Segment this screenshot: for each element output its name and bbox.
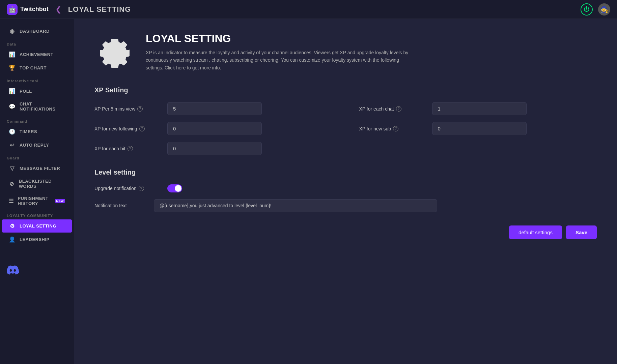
xp-new-sub-row: XP for new sub ? xyxy=(359,122,597,135)
auto-reply-icon: ↩ xyxy=(9,142,16,148)
xp-section-title: XP Setting xyxy=(94,86,597,94)
xp-each-bit-input[interactable] xyxy=(167,142,262,155)
save-button[interactable]: Save xyxy=(566,225,597,239)
xp-each-bit-label: XP for each bit ? xyxy=(94,146,162,151)
sidebar-item-blacklisted-words[interactable]: ⊘ BLACKLISTED WORDS xyxy=(2,175,72,192)
sidebar-item-label: LOYAL SETTING xyxy=(20,223,56,229)
sidebar-item-loyal-setting[interactable]: ⚙ LOYAL SETTING xyxy=(2,219,72,233)
page-header-text: LOYAL SETTING XP is an indicator to meas… xyxy=(146,32,416,71)
sidebar-item-label: ACHIEVEMENT xyxy=(20,52,53,57)
xp-setting-section: XP Setting XP Per 5 mins view ? XP for e… xyxy=(94,86,597,155)
sidebar-item-timers[interactable]: 🕐 TIMERS xyxy=(2,125,72,138)
sidebar-item-poll[interactable]: 📊 POLL xyxy=(2,85,72,98)
footer-buttons: default settings Save xyxy=(94,225,597,239)
xp-new-following-input[interactable] xyxy=(167,122,262,135)
xp-new-following-row: XP for new following ? xyxy=(94,122,332,135)
sidebar-section-loyalty: LOYALTY COMMUNITY xyxy=(0,210,74,219)
notification-text-label: Notification text xyxy=(94,203,148,208)
xp-per-5-input[interactable] xyxy=(167,102,262,115)
sidebar-item-chat-notifications[interactable]: 💬 CHAT NOTIFICATIONS xyxy=(2,98,72,115)
level-section-title: Level setting xyxy=(94,169,597,176)
xp-form-grid: XP Per 5 mins view ? XP for each chat ? xyxy=(94,102,597,155)
sidebar-section-data: Data xyxy=(0,38,74,48)
sidebar-item-message-filter[interactable]: ▽ MESSAGE FILTER xyxy=(2,162,72,175)
logo-text: Twitchbot xyxy=(20,6,49,13)
topnav: 🤖 Twitchbot ❮ LOYAL SETTING ⏻ 🧙 xyxy=(0,0,617,19)
notification-text-input[interactable] xyxy=(154,199,437,212)
xp-each-chat-label: XP for each chat ? xyxy=(359,106,427,112)
xp-new-following-help[interactable]: ? xyxy=(139,126,145,131)
upgrade-notification-label: Upgrade notification ? xyxy=(94,186,162,191)
blacklist-icon: ⊘ xyxy=(9,181,15,187)
xp-each-chat-input[interactable] xyxy=(432,102,527,115)
upgrade-notification-toggle[interactable] xyxy=(167,184,182,192)
page-title: LOYAL SETTING xyxy=(68,5,581,14)
sidebar-item-label: PUNISHMENT HISTORY xyxy=(18,196,50,206)
new-badge: NEW xyxy=(55,199,65,203)
sidebar-item-label: CHAT NOTIFICATIONS xyxy=(20,101,65,112)
upgrade-notification-row: Upgrade notification ? xyxy=(94,184,597,192)
sidebar-item-label: AUTO REPLY xyxy=(20,143,49,148)
sidebar-item-label: POLL xyxy=(20,89,32,94)
discord-icon[interactable] xyxy=(7,265,67,277)
xp-each-bit-help[interactable]: ? xyxy=(128,146,133,151)
sidebar: ◉ DASHBOARD Data 📊 ACHIEVEMENT 🏆 TOP CHA… xyxy=(0,19,74,364)
sidebar-item-label: BLACKLISTED WORDS xyxy=(19,179,65,189)
avatar[interactable]: 🧙 xyxy=(598,3,610,16)
xp-each-chat-help[interactable]: ? xyxy=(396,106,401,112)
top-chart-icon: 🏆 xyxy=(9,65,16,71)
logo-icon: 🤖 xyxy=(7,4,18,15)
sidebar-section-guard: Guard xyxy=(0,152,74,161)
poll-icon: 📊 xyxy=(9,88,16,94)
sidebar-item-label: MESSAGE FILTER xyxy=(20,166,60,171)
xp-per-5-help[interactable]: ? xyxy=(137,106,143,112)
main-content: LOYAL SETTING XP is an indicator to meas… xyxy=(74,19,617,364)
timer-icon: 🕐 xyxy=(9,128,16,135)
layout: ◉ DASHBOARD Data 📊 ACHIEVEMENT 🏆 TOP CHA… xyxy=(0,19,617,364)
page-header: LOYAL SETTING XP is an indicator to meas… xyxy=(94,32,597,73)
level-setting-section: Level setting Upgrade notification ? Not… xyxy=(94,169,597,212)
gear-icon-large xyxy=(94,32,135,73)
page-main-title: LOYAL SETTING xyxy=(146,32,416,45)
sidebar-item-leadership[interactable]: 👤 LEADERSHIP xyxy=(2,233,72,246)
sidebar-item-label: TIMERS xyxy=(20,129,37,134)
xp-new-sub-input[interactable] xyxy=(432,122,527,135)
collapse-button[interactable]: ❮ xyxy=(55,5,61,14)
xp-per-5-label: XP Per 5 mins view ? xyxy=(94,106,162,112)
dashboard-icon: ◉ xyxy=(9,28,16,34)
logo[interactable]: 🤖 Twitchbot xyxy=(7,4,49,15)
xp-new-following-label: XP for new following ? xyxy=(94,126,162,131)
sidebar-section-interactive: Interactive tool xyxy=(0,75,74,84)
sidebar-item-dashboard[interactable]: ◉ DASHBOARD xyxy=(2,25,72,38)
upgrade-notification-help[interactable]: ? xyxy=(139,186,144,191)
filter-icon: ▽ xyxy=(9,165,16,172)
notification-text-row: Notification text xyxy=(94,199,597,212)
topnav-right: ⏻ 🧙 xyxy=(581,3,610,16)
sidebar-section-command: Command xyxy=(0,115,74,125)
sidebar-item-punishment-history[interactable]: ☰ PUNISHMENT HISTORY NEW xyxy=(2,192,72,209)
xp-new-sub-help[interactable]: ? xyxy=(393,126,398,131)
xp-per-5-row: XP Per 5 mins view ? xyxy=(94,102,332,115)
sidebar-item-top-chart[interactable]: 🏆 TOP CHART xyxy=(2,61,72,74)
sidebar-item-label: LEADERSHIP xyxy=(20,237,50,242)
sidebar-item-label: TOP CHART xyxy=(20,65,47,70)
leadership-icon: 👤 xyxy=(9,236,16,243)
xp-each-bit-row: XP for each bit ? xyxy=(94,142,332,155)
sidebar-item-label: DASHBOARD xyxy=(20,29,50,34)
history-icon: ☰ xyxy=(9,198,14,204)
xp-new-sub-label: XP for new sub ? xyxy=(359,126,427,131)
power-button[interactable]: ⏻ xyxy=(581,3,593,16)
xp-each-chat-row: XP for each chat ? xyxy=(359,102,597,115)
achievement-icon: 📊 xyxy=(9,51,16,58)
sidebar-item-auto-reply[interactable]: ↩ AUTO REPLY xyxy=(2,139,72,152)
default-settings-button[interactable]: default settings xyxy=(509,225,562,239)
toggle-knob xyxy=(175,185,181,192)
sidebar-item-achievement[interactable]: 📊 ACHIEVEMENT xyxy=(2,48,72,61)
chat-icon: 💬 xyxy=(9,103,16,110)
page-description: XP is an indicator to measure the loyalt… xyxy=(146,49,416,71)
gear-icon: ⚙ xyxy=(9,223,16,229)
